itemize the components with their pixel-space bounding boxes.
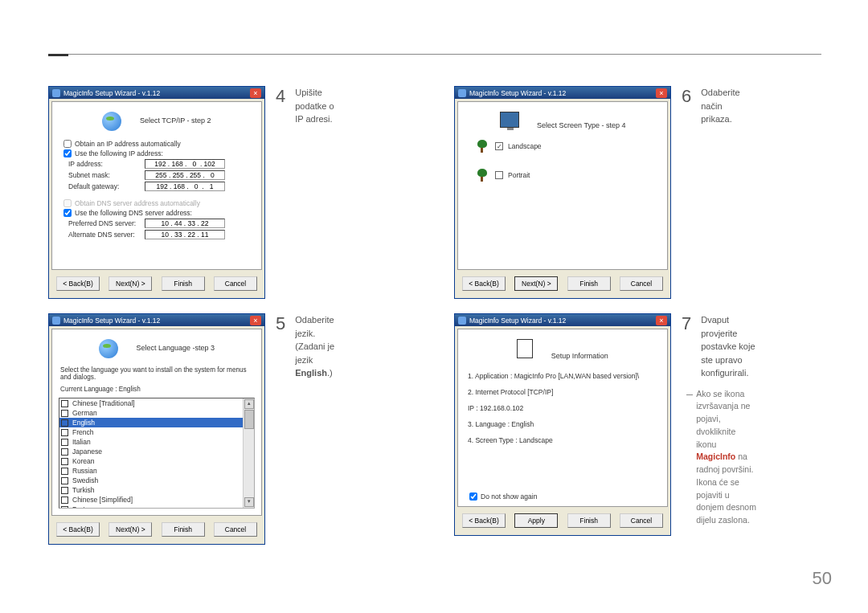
landscape-label: Landscape bbox=[508, 142, 542, 150]
app-icon bbox=[52, 317, 60, 325]
titlebar: MagicInfo Setup Wizard - v.1.12 × bbox=[455, 314, 670, 326]
cancel-button[interactable]: Cancel bbox=[214, 276, 257, 291]
scroll-down-icon[interactable]: ▾ bbox=[244, 497, 254, 507]
globe-icon bbox=[102, 112, 121, 131]
language-item[interactable]: French bbox=[59, 427, 254, 437]
tcpip-header: Select TCP/IP - step 2 bbox=[140, 116, 211, 125]
preferred-dns-field[interactable] bbox=[145, 219, 225, 228]
step-4-number: 4 bbox=[276, 86, 285, 107]
language-item[interactable]: Russian bbox=[59, 466, 254, 476]
titlebar: MagicInfo Setup Wizard - v.1.12 × bbox=[49, 314, 264, 326]
obtain-dns-auto-checkbox bbox=[63, 199, 72, 207]
back-button[interactable]: < Back(B) bbox=[462, 513, 506, 528]
next-button[interactable]: Next(N) > bbox=[108, 522, 152, 537]
use-following-dns-checkbox[interactable] bbox=[63, 209, 72, 217]
wizard-language: MagicInfo Setup Wizard - v.1.12 × Select… bbox=[48, 313, 265, 545]
back-button[interactable]: < Back(B) bbox=[462, 276, 506, 291]
step-4-text: Upišite podatke o IP adresi. bbox=[295, 86, 334, 126]
divider-line bbox=[48, 54, 821, 55]
screentype-header: Select Screen Type - step 4 bbox=[537, 121, 625, 129]
wizard-setupinfo: MagicInfo Setup Wizard - v.1.12 × Setup … bbox=[454, 313, 671, 536]
language-item[interactable]: Turkish bbox=[59, 485, 254, 495]
close-icon[interactable]: × bbox=[250, 316, 261, 325]
step-7-number: 7 bbox=[682, 313, 691, 334]
window-title: MagicInfo Setup Wizard - v.1.12 bbox=[63, 317, 160, 325]
wizard-tcpip: MagicInfo Setup Wizard - v.1.12 × Select… bbox=[48, 86, 265, 299]
info-application: 1. Application : MagicInfo Pro [LAN,WAN … bbox=[465, 368, 661, 384]
language-instruction: Select the language you want to install … bbox=[59, 366, 255, 384]
use-following-ip-checkbox[interactable] bbox=[63, 149, 72, 157]
close-icon[interactable]: × bbox=[250, 88, 261, 98]
language-item[interactable]: Chinese [Traditional] bbox=[59, 398, 254, 408]
app-icon bbox=[458, 317, 466, 325]
language-item[interactable]: Chinese [Simplified] bbox=[59, 495, 254, 505]
step-5-text: Odaberite jezik. (Zadani je jezik Englis… bbox=[295, 313, 342, 380]
cancel-button[interactable]: Cancel bbox=[620, 513, 663, 528]
language-header: Select Language -step 3 bbox=[136, 344, 215, 352]
language-listbox[interactable]: Chinese [Traditional]GermanEnglishFrench… bbox=[59, 398, 255, 509]
do-not-show-checkbox[interactable] bbox=[469, 492, 477, 501]
app-icon bbox=[52, 89, 60, 97]
portrait-checkbox[interactable] bbox=[495, 171, 503, 179]
finish-button[interactable]: Finish bbox=[162, 276, 205, 291]
alternate-dns-field[interactable] bbox=[145, 230, 225, 239]
wizard-screentype: MagicInfo Setup Wizard - v.1.12 × Select… bbox=[454, 86, 671, 299]
apply-button[interactable]: Apply bbox=[514, 513, 558, 528]
back-button[interactable]: < Back(B) bbox=[56, 276, 100, 291]
app-icon bbox=[458, 89, 466, 97]
tree-icon bbox=[476, 169, 489, 182]
portrait-label: Portrait bbox=[508, 171, 530, 179]
window-title: MagicInfo Setup Wizard - v.1.12 bbox=[469, 317, 566, 325]
language-item[interactable]: English bbox=[59, 418, 254, 427]
info-screentype: 4. Screen Type : Landscape bbox=[465, 432, 661, 448]
language-item[interactable]: Korean bbox=[59, 456, 254, 466]
next-button[interactable]: Next(N) > bbox=[108, 276, 152, 291]
current-language: Current Language : English bbox=[59, 384, 255, 398]
close-icon[interactable]: × bbox=[656, 316, 667, 325]
cancel-button[interactable]: Cancel bbox=[214, 522, 257, 537]
language-item[interactable]: Portuguese bbox=[59, 505, 254, 509]
language-item[interactable]: Italian bbox=[59, 437, 254, 447]
language-item[interactable]: German bbox=[59, 408, 254, 418]
obtain-ip-auto-checkbox[interactable] bbox=[63, 140, 72, 148]
setupinfo-header: Setup Information bbox=[551, 352, 608, 360]
globe-icon bbox=[99, 339, 118, 358]
finish-button[interactable]: Finish bbox=[162, 522, 205, 537]
default-gateway-field[interactable] bbox=[145, 182, 225, 191]
language-item[interactable]: Swedish bbox=[59, 476, 254, 485]
window-title: MagicInfo Setup Wizard - v.1.12 bbox=[63, 89, 160, 97]
finish-button[interactable]: Finish bbox=[567, 276, 611, 291]
titlebar: MagicInfo Setup Wizard - v.1.12 × bbox=[455, 87, 670, 99]
info-protocol: 2. Internet Protocol [TCP/IP] bbox=[465, 384, 661, 400]
step-5-number: 5 bbox=[276, 313, 285, 334]
divider-accent bbox=[48, 54, 68, 56]
next-button[interactable]: Next(N) > bbox=[514, 276, 558, 291]
landscape-checkbox[interactable]: ✓ bbox=[495, 142, 503, 150]
page-number: 50 bbox=[813, 568, 832, 589]
back-button[interactable]: < Back(B) bbox=[56, 522, 100, 537]
cancel-button[interactable]: Cancel bbox=[620, 276, 663, 291]
cursor-icon bbox=[517, 339, 533, 358]
language-item[interactable]: Japanese bbox=[59, 447, 254, 456]
window-title: MagicInfo Setup Wizard - v.1.12 bbox=[469, 89, 566, 97]
scroll-thumb[interactable] bbox=[244, 410, 254, 429]
subnet-mask-field[interactable] bbox=[145, 170, 225, 180]
step-6-text: Odaberite način prikaza. bbox=[701, 86, 747, 126]
magicinfo-note: Ako se ikona izvršavanja ne pojavi, dvok… bbox=[696, 388, 756, 527]
step-7-text: Dvaput provjerite postavke koje ste upra… bbox=[701, 313, 756, 380]
close-icon[interactable]: × bbox=[656, 88, 667, 98]
finish-button[interactable]: Finish bbox=[567, 513, 611, 528]
tree-icon bbox=[476, 140, 489, 153]
step-6-number: 6 bbox=[682, 86, 691, 107]
titlebar: MagicInfo Setup Wizard - v.1.12 × bbox=[49, 87, 264, 99]
scrollbar[interactable]: ▴ ▾ bbox=[243, 398, 254, 508]
scroll-up-icon[interactable]: ▴ bbox=[244, 399, 254, 409]
monitor-icon bbox=[500, 112, 519, 128]
ip-address-field[interactable] bbox=[145, 159, 225, 169]
info-language: 3. Language : English bbox=[465, 416, 661, 432]
info-ip: IP : 192.168.0.102 bbox=[465, 400, 661, 416]
